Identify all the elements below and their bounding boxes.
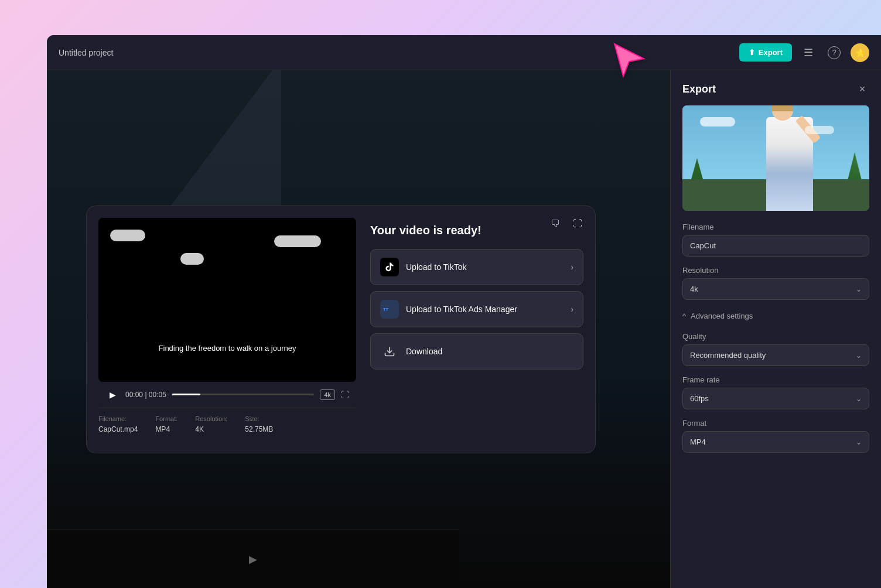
tiktok-ads-icon: TT (380, 300, 399, 319)
export-panel-heading: Export (682, 83, 716, 95)
size-value: 52.75MB (245, 425, 273, 433)
download-icon (380, 342, 399, 361)
cursor-pointer-decoration (612, 41, 647, 84)
export-button[interactable]: ⬆ Export (739, 43, 792, 61)
preview-cloud-2 (805, 126, 834, 134)
framerate-chevron-down: ⌄ (856, 395, 862, 403)
export-upload-icon: ⬆ (749, 48, 755, 57)
file-info-resolution: Resolution: 4K (195, 415, 227, 434)
resolution-select-value: 4k (690, 285, 698, 293)
quality-field: Quality Recommended quality ⌄ (682, 332, 869, 366)
stacks-icon: ☰ (804, 46, 813, 59)
fullscreen-icon: ⛶ (341, 390, 349, 399)
framerate-field-label: Frame rate (682, 375, 869, 384)
modal-overlay: 🗨 ⛶ (47, 70, 670, 588)
progress-fill (172, 394, 201, 395)
cloud-2 (180, 253, 204, 265)
resolution-chevron-down: ⌄ (856, 285, 862, 293)
download-left: Download (380, 342, 442, 361)
cloud-1 (110, 230, 145, 241)
upload-tiktok-ads-button[interactable]: TT Upload to TikTok Ads Manager › (370, 291, 583, 327)
modal-body: Finding the freedom to walk on a journey… (98, 218, 583, 441)
stacks-button[interactable]: ☰ (799, 43, 818, 62)
total-time: 00:05 (149, 391, 166, 399)
help-icon: ? (828, 46, 841, 59)
current-time: 00:00 (125, 391, 143, 399)
editor-area: 🗨 ⛶ (47, 70, 670, 588)
file-info-filename: Filename: CapCut.mp4 (98, 415, 138, 434)
format-select[interactable]: MP4 ⌄ (682, 431, 869, 453)
filename-value: CapCut.mp4 (98, 425, 138, 433)
export-panel-title-row: Export × (682, 82, 869, 96)
svg-text:TT: TT (383, 306, 388, 312)
file-info-format: Format: MP4 (155, 415, 177, 434)
modal-top-actions: 🗨 ⛶ (547, 216, 586, 232)
video-caption: Finding the freedom to walk on a journey (98, 344, 356, 353)
file-info-size: Size: 52.75MB (245, 415, 273, 434)
format-field: Format MP4 ⌄ (682, 419, 869, 453)
framerate-select[interactable]: 60fps ⌄ (682, 388, 869, 409)
format-chevron-down: ⌄ (856, 438, 862, 446)
progress-bar[interactable] (172, 394, 315, 395)
upload-tiktok-button[interactable]: Upload to TikTok › (370, 249, 583, 285)
fullscreen-button[interactable]: ⛶ (341, 390, 349, 399)
app-window: Untitled project ⬆ Export ☰ ? 🌟 (47, 35, 881, 588)
preview-cloud-1 (700, 117, 735, 127)
file-info: Filename: CapCut.mp4 Format: MP4 Resolut… (98, 408, 356, 441)
help-button[interactable]: ? (825, 43, 844, 62)
preview-head (772, 105, 793, 121)
avatar-button[interactable]: 🌟 (851, 43, 869, 62)
video-ready-modal: 🗨 ⛶ (86, 206, 596, 453)
video-preview: Finding the freedom to walk on a journey (98, 218, 356, 382)
preview-hair (772, 105, 793, 111)
play-button[interactable]: ▶ (105, 388, 119, 402)
actions-section: Your video is ready! Upload to (370, 218, 583, 375)
upload-tiktok-left: Upload to TikTok (380, 258, 467, 276)
top-bar-actions: ⬆ Export ☰ ? 🌟 (739, 43, 869, 62)
upload-tiktok-ads-chevron: › (571, 305, 573, 314)
filename-label: Filename: (98, 415, 138, 422)
framerate-select-value: 60fps (690, 394, 709, 403)
upload-tiktok-ads-left: TT Upload to TikTok Ads Manager (380, 300, 517, 319)
close-icon: × (859, 83, 866, 95)
size-label: Size: (245, 415, 273, 422)
export-panel: Export × (670, 70, 881, 588)
format-value: MP4 (155, 425, 170, 433)
avatar-icon: 🌟 (855, 48, 865, 57)
play-icon: ▶ (110, 390, 116, 399)
comment-icon: 🗨 (551, 218, 560, 229)
expand-icon: ⛶ (573, 218, 582, 229)
upload-tiktok-label: Upload to TikTok (406, 262, 467, 272)
comment-button[interactable]: 🗨 (547, 216, 564, 232)
quality-chevron-down: ⌄ (856, 351, 862, 360)
filename-input[interactable] (682, 235, 869, 257)
export-close-button[interactable]: × (855, 82, 869, 96)
resolution-value: 4K (195, 425, 204, 433)
project-title: Untitled project (59, 48, 113, 57)
svg-marker-2 (614, 44, 644, 76)
format-field-label: Format (682, 419, 869, 428)
advanced-settings-toggle[interactable]: ^ Advanced settings (682, 309, 869, 323)
advanced-chevron-icon: ^ (682, 312, 686, 320)
advanced-settings-label: Advanced settings (691, 312, 753, 320)
upload-tiktok-ads-label: Upload to TikTok Ads Manager (406, 305, 517, 314)
format-select-value: MP4 (690, 437, 706, 446)
expand-button[interactable]: ⛶ (569, 216, 586, 232)
download-label: Download (406, 347, 442, 356)
download-button[interactable]: Download (370, 333, 583, 370)
export-button-label: Export (759, 48, 783, 57)
quality-field-label: Quality (682, 332, 869, 341)
framerate-field: Frame rate 60fps ⌄ (682, 375, 869, 409)
quality-select[interactable]: Recommended quality ⌄ (682, 344, 869, 366)
resolution-field: Resolution 4k ⌄ (682, 266, 869, 300)
resolution-field-label: Resolution (682, 266, 869, 275)
video-player-section: Finding the freedom to walk on a journey… (98, 218, 356, 441)
resolution-select[interactable]: 4k ⌄ (682, 278, 869, 300)
video-clouds (110, 230, 344, 241)
quality-badge: 4k (320, 389, 335, 400)
video-controls: ▶ 00:00 | 00:05 4k (98, 382, 356, 408)
quality-select-value: Recommended quality (690, 351, 766, 360)
main-content: 🗨 ⛶ (47, 70, 881, 588)
upload-tiktok-chevron: › (571, 262, 573, 272)
cloud-3 (274, 235, 321, 247)
